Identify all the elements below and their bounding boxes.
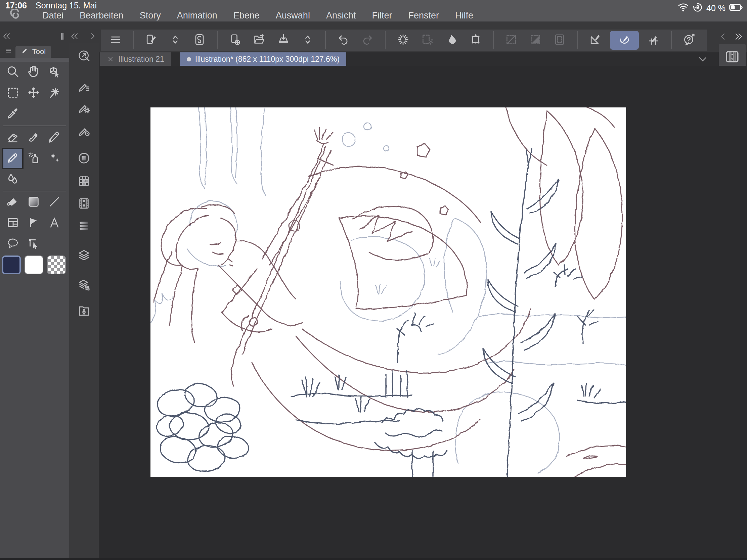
- palette-dock-strip: [69, 43, 99, 558]
- main-menu-icon: [109, 33, 122, 47]
- snap-to-ruler-button[interactable]: [586, 31, 604, 50]
- canvas-area: [99, 66, 747, 558]
- tool-straight-line[interactable]: [45, 193, 64, 212]
- tool-fill-bucket[interactable]: [3, 193, 22, 212]
- panel-timeline[interactable]: [77, 197, 91, 211]
- panel-quick-access[interactable]: [77, 50, 91, 63]
- open-file-button[interactable]: [250, 31, 269, 50]
- tool-row: [0, 170, 69, 189]
- snap-to-ruler-icon: [589, 33, 601, 47]
- navigator-icon: [77, 152, 91, 166]
- clip-studio-home-button[interactable]: [190, 31, 209, 50]
- undo-button[interactable]: [334, 31, 353, 50]
- undo-icon: [337, 33, 350, 47]
- tool-blend[interactable]: [3, 170, 22, 189]
- collapse-left-panel-icon[interactable]: [2, 31, 11, 41]
- toolbar-divider: [493, 31, 494, 49]
- tool-frame-border[interactable]: [3, 214, 22, 233]
- tool-zoom[interactable]: [3, 63, 22, 82]
- tool-auto-select[interactable]: [45, 84, 64, 103]
- save-button[interactable]: [274, 31, 293, 50]
- tool-palette-tab[interactable]: Tool: [16, 46, 51, 58]
- tool-correct-line[interactable]: [24, 235, 43, 254]
- panel-layer-search[interactable]: [77, 279, 91, 292]
- panel-tool-property[interactable]: [77, 102, 91, 115]
- toolbar-scroll-right-icon[interactable]: [733, 31, 744, 42]
- tool-marquee[interactable]: [3, 84, 22, 103]
- tool-palette-menu-icon[interactable]: [5, 47, 12, 56]
- panel-drag-handle[interactable]: [58, 31, 67, 41]
- panel-brush-size[interactable]: [77, 125, 91, 138]
- panel-sub-tool[interactable]: [77, 81, 91, 94]
- gradient-icon: [27, 195, 40, 210]
- save-expand-button[interactable]: [298, 31, 317, 50]
- tool-eyedropper[interactable]: [3, 105, 22, 124]
- blend-icon: [6, 172, 20, 187]
- pen-pressure-settings-button[interactable]: [142, 31, 160, 50]
- menu-auswahl[interactable]: Auswahl: [276, 10, 310, 21]
- fill-enclosed-area-button[interactable]: [442, 31, 461, 50]
- tool-text[interactable]: [45, 214, 64, 233]
- menu-ebene[interactable]: Ebene: [233, 10, 260, 21]
- scale-rotate-button[interactable]: [466, 31, 485, 50]
- redo-button[interactable]: [358, 31, 377, 50]
- snap-to-special-ruler-button[interactable]: [610, 31, 639, 50]
- tab-bar-collapse-icon[interactable]: [697, 54, 708, 66]
- straight-line-icon: [48, 195, 61, 210]
- redo-icon: [361, 33, 374, 47]
- pencil-icon: [6, 151, 20, 166]
- delete-outside-selection-button[interactable]: [418, 31, 437, 50]
- tool-figure[interactable]: [24, 214, 43, 233]
- menu-items: DateiBearbeitenStoryAnimationEbeneAuswah…: [42, 10, 473, 21]
- transparent-color-swatch[interactable]: [47, 256, 66, 274]
- new-canvas-button[interactable]: [226, 31, 244, 50]
- sub-color-swatch[interactable]: [25, 256, 43, 274]
- document-tab[interactable]: Illustration 21: [100, 52, 171, 66]
- help-button[interactable]: [680, 31, 699, 50]
- document-tab-bar: Illustration 21Illustration* (862 x 1110…: [99, 52, 747, 66]
- menu-bearbeiten[interactable]: Bearbeiten: [80, 10, 124, 21]
- menu-ansicht[interactable]: Ansicht: [326, 10, 356, 21]
- tool-move-layer[interactable]: [24, 84, 43, 103]
- canvas-artwork[interactable]: [151, 107, 626, 477]
- invert-selection-button[interactable]: [526, 31, 545, 50]
- menu-filter[interactable]: Filter: [372, 10, 392, 21]
- clip-studio-logo[interactable]: [9, 9, 23, 22]
- main-color-swatch[interactable]: [2, 256, 21, 274]
- main-menu-button[interactable]: [106, 31, 125, 50]
- collapse-dock-icon[interactable]: [70, 31, 79, 41]
- close-tab-icon[interactable]: [107, 55, 114, 63]
- panel-animation-cels[interactable]: [77, 220, 91, 233]
- expand-dock-icon[interactable]: [88, 31, 97, 41]
- menu-fenster[interactable]: Fenster: [408, 10, 439, 21]
- panel-layer[interactable]: [77, 249, 91, 263]
- tool-marker[interactable]: [45, 128, 64, 147]
- toolbar-expand-button[interactable]: [166, 31, 185, 50]
- tool-row: [0, 235, 69, 254]
- tool-decoration[interactable]: [45, 149, 64, 168]
- menu-animation[interactable]: Animation: [177, 10, 217, 21]
- snap-to-grid-button[interactable]: [644, 31, 663, 50]
- clip-studio-home-icon: [193, 33, 206, 47]
- tool-airbrush[interactable]: [24, 149, 43, 168]
- tool-operate-3d[interactable]: [45, 63, 64, 82]
- tool-balloon[interactable]: [3, 235, 22, 254]
- delete-button[interactable]: [394, 31, 412, 50]
- document-tab-active[interactable]: Illustration* (862 x 1110px 300dpi 127.6…: [180, 52, 346, 66]
- tool-brush[interactable]: [24, 128, 43, 147]
- panel-material[interactable]: [77, 175, 91, 189]
- menu-hilfe[interactable]: Hilfe: [455, 10, 473, 21]
- panel-navigator[interactable]: [77, 152, 91, 165]
- deselect-icon: [505, 33, 518, 47]
- tool-eraser[interactable]: [3, 128, 22, 147]
- tool-gradient[interactable]: [24, 193, 43, 212]
- deselect-button[interactable]: [502, 31, 521, 50]
- tool-hand[interactable]: [24, 63, 43, 82]
- selection-border-button[interactable]: [550, 31, 569, 50]
- invert-selection-icon: [529, 33, 542, 47]
- panel-story[interactable]: [77, 304, 91, 318]
- menu-story[interactable]: Story: [140, 10, 161, 21]
- tool-pencil[interactable]: [3, 149, 22, 168]
- menu-datei[interactable]: Datei: [42, 10, 63, 21]
- toolbar-scroll-left-icon[interactable]: [718, 31, 728, 42]
